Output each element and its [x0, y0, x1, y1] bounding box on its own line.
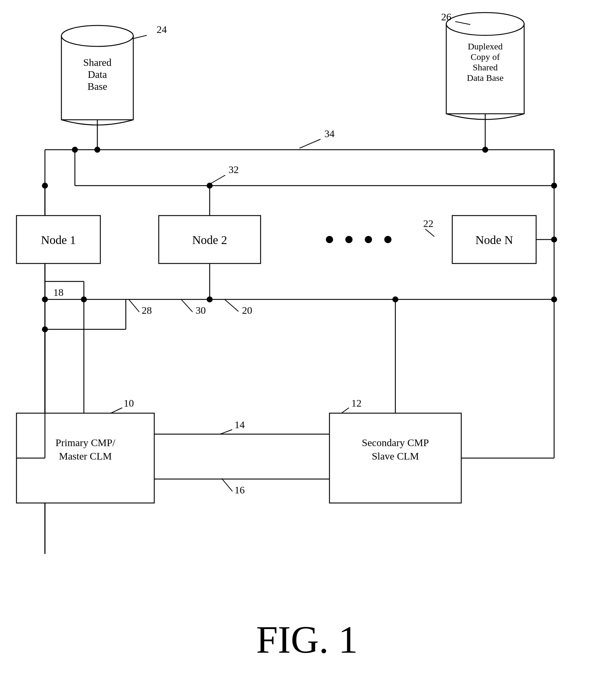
shared-db-label3: Base [87, 81, 107, 92]
primary-cmp-label1: Primary CMP/ [56, 437, 115, 448]
ref34-label: 34 [324, 128, 334, 139]
ref26-label: 26 [441, 11, 451, 23]
ref32-label: 32 [229, 164, 239, 175]
svg-point-42 [207, 297, 213, 302]
svg-point-22 [207, 183, 213, 189]
shared-db-label2: Data [88, 69, 107, 80]
secondary-cmp-label1: Secondary CMP [362, 437, 429, 448]
svg-point-33 [551, 237, 557, 242]
ref22-label: 22 [423, 218, 433, 229]
svg-point-28 [345, 236, 353, 243]
ref18-label: 18 [53, 287, 63, 298]
svg-point-30 [384, 236, 392, 243]
nodeN-label: Node N [475, 233, 513, 247]
svg-point-18 [72, 147, 78, 153]
svg-point-2 [61, 25, 133, 47]
node1-label: Node 1 [41, 233, 76, 247]
node2-label: Node 2 [192, 233, 227, 247]
svg-point-5 [446, 13, 524, 35]
svg-point-11 [94, 147, 100, 153]
diagram-container: Shared Data Base 24 Duplexed Copy of Sha… [0, 0, 614, 700]
ref24-label: 24 [157, 24, 167, 35]
dup-db-label1: Duplexed [468, 41, 503, 51]
svg-point-67 [392, 297, 398, 302]
dup-db-label2: Copy of [470, 52, 500, 62]
dup-db-label3: Shared [472, 62, 498, 72]
ref10-label: 10 [124, 398, 134, 409]
svg-point-20 [551, 183, 557, 189]
ref20-label: 20 [242, 305, 252, 316]
svg-point-29 [365, 236, 372, 243]
secondary-cmp-label2: Slave CLM [372, 451, 419, 462]
ref30-label: 30 [196, 305, 206, 316]
fig-title: FIG. 1 [256, 618, 358, 661]
ref16-label: 16 [234, 485, 245, 496]
svg-point-27 [326, 236, 333, 243]
ref12-label: 12 [351, 398, 361, 409]
svg-point-25 [42, 183, 48, 189]
svg-point-13 [482, 147, 488, 153]
ref28-label: 28 [142, 305, 152, 316]
dup-db-label4: Data Base [467, 73, 503, 83]
ref14-label: 14 [234, 419, 245, 430]
primary-cmp-label2: Master CLM [59, 451, 112, 462]
shared-db-label: Shared [83, 57, 111, 68]
